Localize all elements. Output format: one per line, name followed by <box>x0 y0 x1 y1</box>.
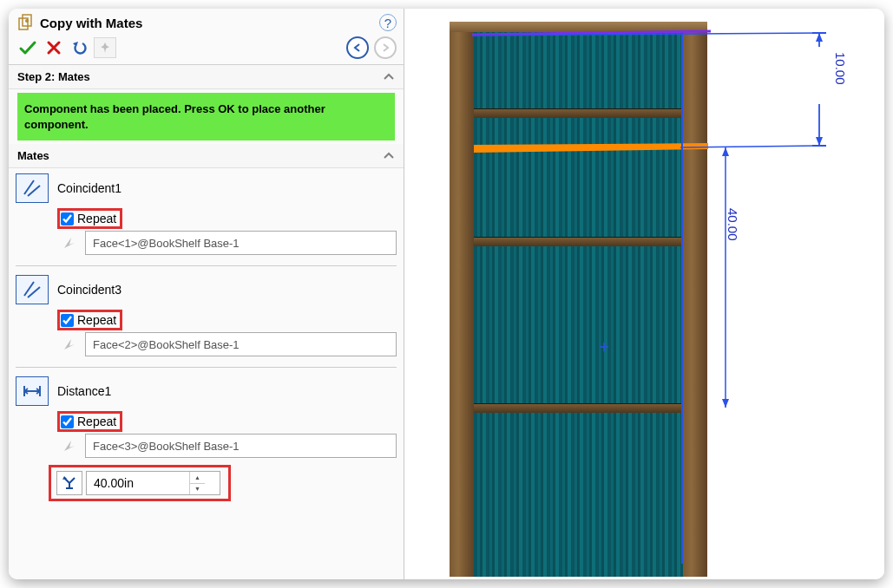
cursor-arrow-icon <box>57 435 78 456</box>
face-selection-row <box>57 434 397 458</box>
distance-value-input[interactable] <box>87 472 189 494</box>
highlight-repeat: Repeat <box>57 411 122 432</box>
nav-forward-button <box>374 36 397 59</box>
spinner-down[interactable]: ▼ <box>190 484 205 495</box>
repeat-checkbox-input[interactable] <box>61 415 74 428</box>
mate-item: Distance1 <box>16 375 397 409</box>
property-manager-panel: Copy with Mates ? <box>9 9 404 579</box>
cursor-arrow-icon <box>57 232 78 253</box>
face-reference-input[interactable] <box>85 231 397 255</box>
cursor-arrow-icon <box>57 334 78 355</box>
mate-name: Coincident3 <box>57 283 121 297</box>
mates-title: Mates <box>17 149 49 162</box>
face-reference-input[interactable] <box>85 434 397 458</box>
repeat-label: Repeat <box>77 415 116 428</box>
repeat-label: Repeat <box>77 212 116 225</box>
chevron-up-icon <box>383 70 395 83</box>
mates-section-header[interactable]: Mates <box>9 144 404 168</box>
repeat-label: Repeat <box>77 313 116 327</box>
repeat-checkbox-input[interactable] <box>61 314 74 327</box>
distance-spinner[interactable]: ▲ ▼ <box>189 472 205 494</box>
repeat-checkbox[interactable]: Repeat <box>61 415 116 428</box>
pin-button[interactable] <box>94 37 116 58</box>
highlight-distance: ▲ ▼ <box>49 465 231 501</box>
distance-value-field[interactable]: ▲ ▼ <box>86 471 220 495</box>
coincident-icon[interactable] <box>16 173 49 203</box>
face-selection-row <box>57 231 397 255</box>
mate-name: Coincident1 <box>57 181 121 195</box>
nav-back-button[interactable] <box>346 36 369 59</box>
viewport[interactable]: 10.00 40.00 <box>404 9 884 579</box>
copy-with-mates-icon <box>16 12 36 33</box>
coincident-icon[interactable] <box>16 275 49 304</box>
undo-button[interactable] <box>68 37 92 58</box>
repeat-checkbox[interactable]: Repeat <box>61 313 116 327</box>
mates-body: Coincident1 Repeat <box>9 168 404 508</box>
highlight-repeat: Repeat <box>57 310 122 330</box>
cancel-button[interactable] <box>42 37 66 58</box>
highlight-repeat: Repeat <box>57 208 122 229</box>
help-icon[interactable]: ? <box>379 14 397 31</box>
mate-item: Coincident1 <box>16 172 397 206</box>
repeat-checkbox[interactable]: Repeat <box>61 212 116 225</box>
status-message: Component has been placed. Press OK to p… <box>17 93 395 140</box>
panel-title: Copy with Mates <box>40 16 142 30</box>
app-window: Copy with Mates ? <box>9 9 884 579</box>
repeat-checkbox-input[interactable] <box>61 212 74 225</box>
bookshelf-model <box>450 22 707 577</box>
dimension-top: 10.00 <box>833 52 848 85</box>
step-title: Step 2: Mates <box>17 70 90 83</box>
mate-item: Coincident3 <box>16 273 397 308</box>
step-section-header[interactable]: Step 2: Mates <box>9 65 404 89</box>
face-reference-input[interactable] <box>85 332 397 356</box>
mate-name: Distance1 <box>57 384 111 398</box>
dimension-side: 40.00 <box>726 208 740 241</box>
panel-title-row: Copy with Mates ? <box>9 9 404 35</box>
spinner-up[interactable]: ▲ <box>190 472 205 484</box>
face-selection-row <box>57 332 397 356</box>
distance-icon[interactable] <box>16 376 49 406</box>
panel-toolbar <box>9 35 404 65</box>
chevron-up-icon <box>383 149 395 162</box>
flip-dimension-icon[interactable] <box>56 471 82 495</box>
svg-point-2 <box>25 19 29 23</box>
ok-button[interactable] <box>16 37 40 58</box>
